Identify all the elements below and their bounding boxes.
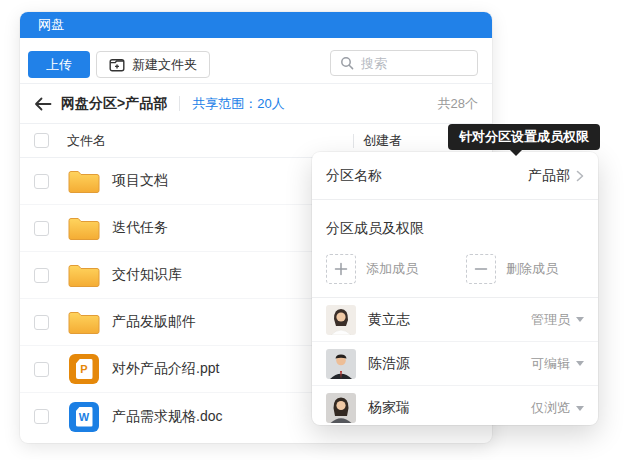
file-name[interactable]: 产品发版邮件 (112, 313, 196, 331)
chevron-right-icon (576, 170, 584, 182)
breadcrumb-bar: 网盘分区>产品部 共享范围：20人 共28个 (20, 84, 492, 124)
caret-down-icon (576, 317, 584, 322)
file-name[interactable]: 交付知识库 (112, 266, 182, 284)
share-scope-link[interactable]: 共享范围：20人 (192, 95, 284, 113)
remove-member-label[interactable]: 删除成员 (506, 260, 558, 278)
member-name: 陈浩源 (368, 355, 410, 373)
column-divider (353, 134, 354, 148)
add-member-label[interactable]: 添加成员 (366, 260, 418, 278)
member-avatar (326, 349, 356, 379)
file-name[interactable]: 项目文档 (112, 172, 168, 190)
folder-icon (67, 261, 101, 289)
row-checkbox[interactable] (34, 362, 49, 377)
search-box[interactable] (330, 50, 478, 76)
column-header-creator: 创建者 (363, 132, 402, 150)
file-name[interactable]: 迭代任务 (112, 219, 168, 237)
row-checkbox[interactable] (34, 268, 49, 283)
plus-icon (333, 261, 349, 277)
partition-settings-popup: 分区名称 产品部 分区成员及权限 添加成员 删除成员 (312, 152, 598, 425)
caret-down-icon (576, 406, 584, 411)
tooltip: 针对分区设置成员权限 (448, 124, 600, 150)
back-icon[interactable] (34, 97, 52, 111)
members-section-title: 分区成员及权限 (312, 200, 598, 254)
permission-dropdown[interactable]: 可编辑 (531, 355, 584, 373)
partition-name-row[interactable]: 分区名称 产品部 (312, 152, 598, 200)
toolbar: 上传 新建文件夹 (20, 38, 492, 84)
file-name[interactable]: 产品需求规格.doc (112, 408, 222, 426)
permission-dropdown[interactable]: 仅浏览 (531, 399, 584, 417)
column-header-filename: 文件名 (67, 132, 106, 150)
upload-button[interactable]: 上传 (28, 51, 90, 78)
row-checkbox[interactable] (34, 315, 49, 330)
window-titlebar: 网盘 (20, 12, 492, 38)
member-actions-row: 添加成员 删除成员 (312, 254, 598, 298)
new-folder-icon (109, 57, 125, 73)
minus-icon (473, 261, 489, 277)
permission-dropdown[interactable]: 管理员 (531, 311, 584, 329)
ppt-file-icon: P (69, 354, 99, 384)
member-row: 杨家瑞 仅浏览 (312, 386, 598, 430)
search-icon (340, 56, 354, 70)
caret-down-icon (576, 361, 584, 366)
permission-value: 仅浏览 (531, 399, 570, 417)
new-folder-label: 新建文件夹 (132, 56, 197, 74)
app-title: 网盘 (38, 17, 64, 32)
doc-badge: W (76, 407, 93, 427)
tooltip-text: 针对分区设置成员权限 (459, 129, 589, 144)
folder-icon (67, 308, 101, 336)
partition-name-value: 产品部 (528, 167, 570, 185)
ppt-badge: P (76, 359, 93, 379)
row-checkbox[interactable] (34, 174, 49, 189)
member-avatar (326, 305, 356, 335)
row-checkbox[interactable] (34, 221, 49, 236)
select-all-checkbox[interactable] (34, 133, 49, 148)
search-input[interactable] (361, 56, 468, 71)
member-name: 黄立志 (368, 311, 410, 329)
permission-value: 管理员 (531, 311, 570, 329)
folder-icon (67, 214, 101, 242)
remove-member-button[interactable] (466, 254, 496, 284)
file-name[interactable]: 对外产品介绍.ppt (112, 360, 219, 378)
doc-file-icon: W (69, 402, 99, 432)
breadcrumb-divider (179, 96, 180, 111)
member-name: 杨家瑞 (368, 399, 410, 417)
breadcrumb-path[interactable]: 网盘分区>产品部 (61, 95, 167, 113)
new-folder-button[interactable]: 新建文件夹 (96, 51, 210, 78)
member-row: 陈浩源 可编辑 (312, 342, 598, 386)
member-avatar (326, 393, 356, 423)
total-count: 共28个 (438, 95, 478, 113)
folder-icon (67, 167, 101, 195)
partition-name-label: 分区名称 (326, 167, 382, 185)
member-row: 黄立志 管理员 (312, 298, 598, 342)
add-member-button[interactable] (326, 254, 356, 284)
permission-value: 可编辑 (531, 355, 570, 373)
row-checkbox[interactable] (34, 409, 49, 424)
